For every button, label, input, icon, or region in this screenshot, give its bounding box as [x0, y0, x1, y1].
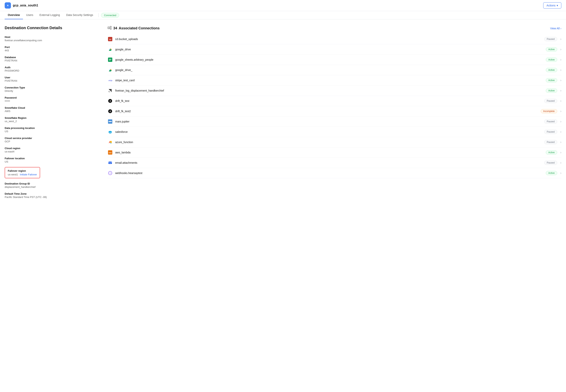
connections-label: Associated Connections [119, 26, 160, 30]
connection-icon-drift: d [107, 109, 113, 114]
chevron-right-icon: › [560, 68, 561, 72]
chevron-right-icon: › [560, 171, 561, 175]
list-item[interactable]: email.attachments Paused › [107, 158, 561, 168]
connection-icon-email [107, 160, 113, 166]
detail-auth: Auth PASSWORD [5, 66, 98, 72]
list-item[interactable]: google_drive_ Active › [107, 65, 561, 75]
list-item[interactable]: AWS aws_lambda Active › [107, 147, 561, 158]
detail-label-host: Host [5, 36, 98, 39]
detail-snowflake-cloud: Snowflake Cloud AWS [5, 106, 98, 112]
header-left: gcp_asia_south1 [5, 2, 38, 9]
list-item[interactable]: fivetran_log_displacement_handkerchief A… [107, 85, 561, 96]
status-badge: Paused [544, 140, 557, 144]
right-panel: 34 Associated Connections View All › S3 … [107, 26, 561, 202]
connection-icon-azure [107, 140, 113, 145]
detail-password: Password •••••• [5, 96, 98, 102]
connection-name: webhooks.hearsaytest [115, 171, 543, 175]
list-item[interactable]: google_drive Active › [107, 44, 561, 55]
chevron-right-icon: › [560, 79, 561, 82]
detail-label-failover-location: Failover location [5, 157, 98, 160]
connection-name: google_drive [115, 48, 543, 51]
svg-rect-8 [109, 59, 111, 60]
detail-cloud-service-provider: Cloud service provider GCP [5, 137, 98, 143]
svg-rect-3 [110, 28, 111, 29]
left-panel: Destination Connection Details Host five… [5, 26, 98, 202]
svg-rect-7 [109, 59, 111, 59]
list-item[interactable]: S3 s3.bucket_uploads Paused › [107, 34, 561, 44]
connections-title: 34 Associated Connections [107, 26, 160, 31]
tab-external-logging[interactable]: External Logging [36, 11, 63, 19]
connection-name: email.attachments [115, 161, 542, 164]
connection-name: google_sheets.arbitrary_people [115, 58, 543, 61]
svg-marker-12 [109, 91, 110, 92]
detail-label-port: Port [5, 46, 98, 49]
connection-icon-webhooks [107, 170, 113, 176]
detail-value-host: fivetran.snowflakecomputing.com [5, 39, 98, 42]
svg-rect-1 [108, 27, 109, 29]
svg-rect-24 [108, 162, 112, 164]
detail-label-snowflake-region: Snowflake Region [5, 116, 98, 119]
detail-value-failover-region: us-west1 [8, 173, 18, 176]
header: gcp_asia_south1 Actions ▾ [0, 0, 566, 11]
connection-name: fivetran_log_displacement_handkerchief [115, 89, 543, 92]
connection-icon-gsheets [107, 57, 113, 62]
detail-value-auth: PASSWORD [5, 69, 98, 72]
tab-overview[interactable]: Overview [5, 11, 23, 19]
svg-text:salesforce: salesforce [108, 132, 112, 133]
tab-data-security-settings[interactable]: Data Security Settings [63, 11, 96, 19]
initiate-failover-link[interactable]: Initiate Failover [20, 173, 37, 176]
detail-failover-location: Failover location US [5, 157, 98, 163]
list-item[interactable]: stripe stripe_test_card Active › [107, 75, 561, 85]
detail-label-cloud-service-provider: Cloud service provider [5, 137, 98, 140]
connection-icon-mars [107, 119, 113, 124]
tab-users[interactable]: Users [23, 11, 36, 19]
svg-text:AWS: AWS [109, 152, 112, 154]
detail-port: Port 443 [5, 46, 98, 52]
actions-button[interactable]: Actions ▾ [543, 2, 561, 9]
list-item[interactable]: mars.jupiter Paused › [107, 116, 561, 127]
status-badge: Active [546, 57, 557, 62]
view-all-link[interactable]: View All › [550, 27, 561, 30]
detail-label-cloud-region: Cloud region [5, 147, 98, 150]
status-badge: Active [546, 78, 557, 83]
list-item[interactable]: d drift_fk_test Paused › [107, 96, 561, 106]
list-item[interactable]: azure_function Paused › [107, 137, 561, 147]
detail-host: Host fivetran.snowflakecomputing.com [5, 36, 98, 42]
view-all-label: View All [550, 27, 560, 30]
chevron-right-icon: › [560, 161, 561, 165]
chevron-right-icon: › [560, 140, 561, 144]
detail-label-database: Database [5, 56, 98, 59]
svg-text:d: d [110, 110, 111, 112]
detail-value-port: 443 [5, 49, 98, 52]
detail-label-password: Password [5, 96, 98, 99]
list-item[interactable]: google_sheets.arbitrary_people Active › [107, 55, 561, 65]
chevron-right-icon: › [560, 58, 561, 61]
connection-name: aws_lambda [115, 151, 543, 154]
status-badge: Connected [101, 13, 119, 18]
list-item[interactable]: webhooks.hearsaytest Active › [107, 168, 561, 178]
detail-destination-group-id: Destination Group ID displacement_handke… [5, 182, 98, 188]
detail-label-snowflake-cloud: Snowflake Cloud [5, 106, 98, 109]
detail-cloud-region: Cloud region us-east4 [5, 147, 98, 153]
connections-icon [107, 26, 112, 31]
detail-label-failover-region: Failover region [8, 169, 37, 172]
chevron-right-icon: › [560, 151, 561, 154]
list-item[interactable]: d drift_fk_test2 Incomplete › [107, 106, 561, 116]
connection-name: azure_function [115, 140, 542, 144]
section-title-left: Destination Connection Details [5, 26, 98, 30]
status-badge: Active [546, 68, 557, 72]
failover-region-inline: us-west1 Initiate Failover [8, 173, 37, 176]
list-item[interactable]: salesforce salesforce Paused › [107, 127, 561, 137]
connection-name: google_drive_ [115, 69, 543, 71]
connection-icon-salesforce: salesforce [107, 129, 113, 135]
connection-name: salesforce [115, 130, 542, 133]
actions-label: Actions [547, 4, 555, 7]
chevron-right-icon: › [560, 37, 561, 41]
connection-icon-gdrive [107, 47, 113, 52]
svg-rect-19 [109, 121, 112, 122]
detail-value-connection-type: Directly [5, 89, 98, 92]
status-badge: Active [546, 47, 557, 52]
detail-value-password: •••••• [5, 99, 98, 102]
detail-user: User FIVETRAN [5, 76, 98, 82]
status-badge: Active [546, 171, 557, 175]
